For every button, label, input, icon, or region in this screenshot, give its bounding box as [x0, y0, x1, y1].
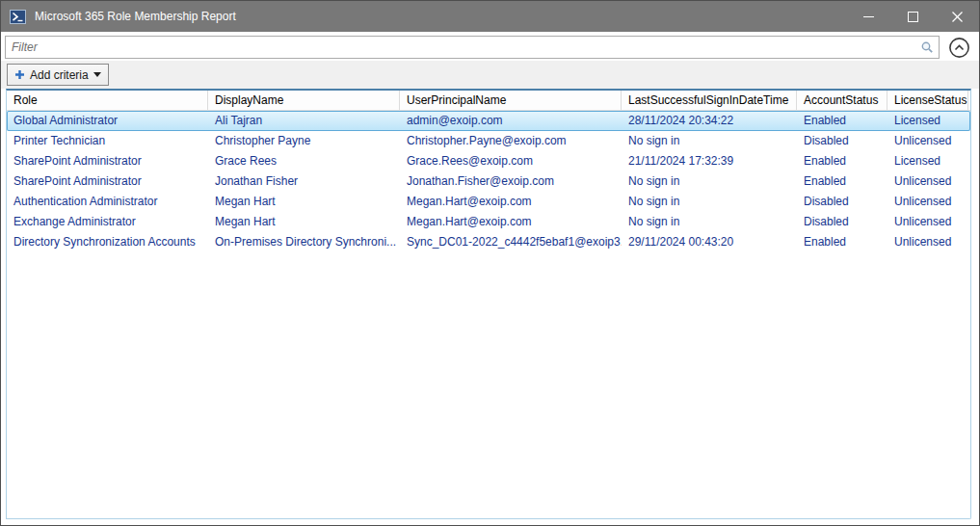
table-row[interactable]: SharePoint Administrator Jonathan Fisher…: [7, 171, 970, 192]
cell-displayname: Christopher Payne: [208, 131, 400, 151]
maximize-icon: [908, 12, 918, 22]
cell-userprincipalname: Christopher.Payne@exoip.com: [400, 131, 622, 151]
cell-role: Exchange Administrator: [7, 212, 208, 232]
minimize-icon: [863, 16, 874, 17]
window-title: Microsoft 365 Role Membership Report: [35, 10, 236, 23]
results-grid: Role DisplayName UserPrincipalName LastS…: [6, 89, 971, 519]
cell-userprincipalname: Jonathan.Fisher@exoip.com: [400, 171, 622, 192]
powershell-icon: [10, 10, 26, 24]
column-header-displayname[interactable]: DisplayName: [208, 91, 400, 110]
cell-role: Authentication Administrator: [7, 192, 208, 212]
cell-licensestatus: Unlicensed: [887, 171, 968, 192]
window-controls: [846, 1, 979, 32]
plus-icon: [14, 69, 25, 80]
cell-accountstatus: Disabled: [797, 192, 887, 212]
cell-lastsignin: No sign in: [622, 131, 797, 151]
cell-role: Printer Technician: [7, 131, 208, 151]
close-icon: [952, 12, 963, 22]
add-criteria-label: Add criteria: [30, 68, 89, 82]
table-row[interactable]: Directory Synchronization Accounts On-Pr…: [7, 232, 970, 252]
chevron-up-circle-icon: [948, 37, 970, 59]
column-header-accountstatus[interactable]: AccountStatus: [797, 91, 887, 110]
cell-lastsignin: 28/11/2024 20:34:22: [622, 111, 797, 131]
cell-userprincipalname: Grace.Rees@exoip.com: [400, 151, 622, 171]
cell-role: Global Administrator: [7, 111, 208, 131]
column-header-licensestatus[interactable]: LicenseStatus: [887, 91, 968, 110]
cell-accountstatus: Enabled: [797, 151, 887, 171]
cell-displayname: Megan Hart: [208, 212, 400, 232]
column-header-role[interactable]: Role: [7, 91, 208, 110]
app-window: Microsoft 365 Role Membership Report: [0, 0, 980, 526]
close-button[interactable]: [935, 1, 979, 32]
maximize-button[interactable]: [890, 1, 935, 32]
table-header: Role DisplayName UserPrincipalName LastS…: [7, 91, 970, 111]
collapse-criteria-button[interactable]: [947, 36, 970, 59]
chevron-down-icon: [93, 72, 101, 77]
filter-bar: [1, 32, 979, 61]
add-criteria-button[interactable]: Add criteria: [7, 64, 109, 86]
search-icon: [920, 40, 934, 54]
cell-lastsignin: No sign in: [622, 212, 797, 232]
cell-licensestatus: Licensed: [887, 151, 968, 171]
column-header-filler: [968, 91, 971, 110]
cell-accountstatus: Enabled: [797, 171, 887, 192]
cell-lastsignin: 29/11/2024 00:43:20: [622, 232, 797, 252]
cell-role: Directory Synchronization Accounts: [7, 232, 208, 252]
cell-role: SharePoint Administrator: [7, 151, 208, 171]
column-header-userprincipalname[interactable]: UserPrincipalName: [400, 91, 622, 110]
cell-lastsignin: 21/11/2024 17:32:39: [622, 151, 797, 171]
cell-userprincipalname: Sync_DC01-2022_c4442f5ebaf1@exoip3...: [400, 232, 622, 252]
cell-licensestatus: Unlicensed: [887, 131, 968, 151]
cell-userprincipalname: Megan.Hart@exoip.com: [400, 212, 622, 232]
table-row[interactable]: Printer Technician Christopher Payne Chr…: [7, 131, 970, 151]
cell-accountstatus: Enabled: [797, 111, 887, 131]
cell-role: SharePoint Administrator: [7, 171, 208, 192]
cell-licensestatus: Unlicensed: [887, 212, 968, 232]
cell-accountstatus: Enabled: [797, 232, 887, 252]
cell-displayname: Grace Rees: [208, 151, 400, 171]
table-row[interactable]: Exchange Administrator Megan Hart Megan.…: [7, 212, 970, 232]
cell-accountstatus: Disabled: [797, 212, 887, 232]
criteria-toolbar: Add criteria: [1, 61, 979, 89]
cell-displayname: Ali Tajran: [208, 111, 400, 131]
cell-displayname: Megan Hart: [208, 192, 400, 212]
cell-licensestatus: Unlicensed: [887, 232, 968, 252]
table-row[interactable]: Authentication Administrator Megan Hart …: [7, 192, 970, 212]
cell-accountstatus: Disabled: [797, 131, 887, 151]
cell-lastsignin: No sign in: [622, 171, 797, 192]
filter-input[interactable]: [6, 39, 916, 56]
minimize-button[interactable]: [846, 1, 890, 32]
cell-licensestatus: Unlicensed: [887, 192, 968, 212]
table-row[interactable]: Global Administrator Ali Tajran admin@ex…: [7, 111, 970, 131]
column-header-lastsuccessfulsignindatetime[interactable]: LastSuccessfulSignInDateTime: [622, 91, 797, 110]
cell-lastsignin: No sign in: [622, 192, 797, 212]
cell-userprincipalname: admin@exoip.com: [400, 111, 622, 131]
cell-displayname: Jonathan Fisher: [208, 171, 400, 192]
table-row[interactable]: SharePoint Administrator Grace Rees Grac…: [7, 151, 970, 171]
cell-userprincipalname: Megan.Hart@exoip.com: [400, 192, 622, 212]
cell-displayname: On-Premises Directory Synchroni...: [208, 232, 400, 252]
cell-licensestatus: Licensed: [887, 111, 968, 131]
titlebar: Microsoft 365 Role Membership Report: [1, 1, 979, 32]
filter-box: [5, 36, 940, 59]
table-body: Global Administrator Ali Tajran admin@ex…: [7, 111, 970, 518]
